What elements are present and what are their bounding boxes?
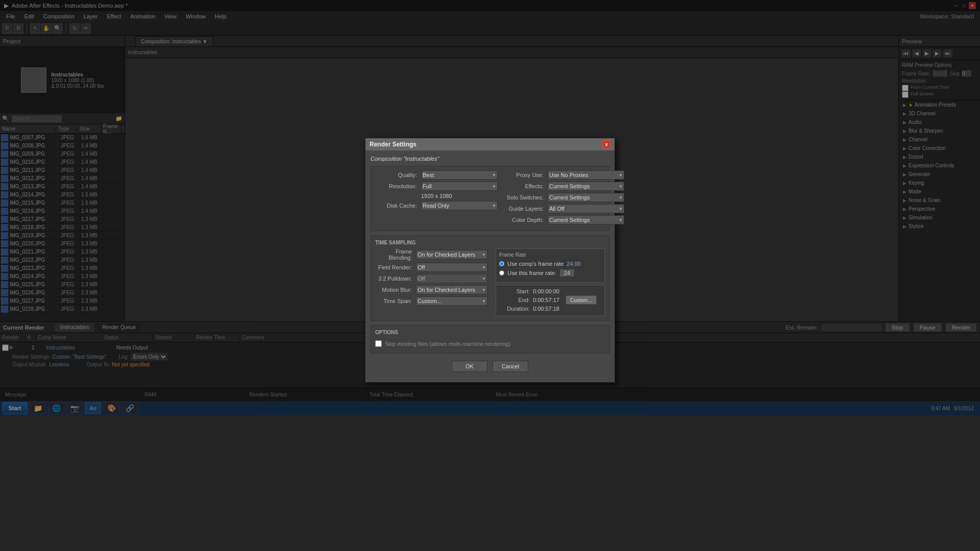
start-value: 0:00:00:00 — [533, 288, 559, 294]
effects-select-wrapper: Current Settings All On All Off — [548, 182, 624, 191]
comps-frame-rate-value: 24.00 — [567, 261, 581, 267]
field-render-select[interactable]: Off Upper Field First Lower Field First — [416, 263, 487, 272]
color-depth-select-wrapper: Current Settings 8 bpc 16 bpc 32 bpc — [548, 215, 624, 224]
proxy-use-label: Proxy Use: — [502, 172, 548, 178]
frame-blending-select[interactable]: On for Checked Layers On for Checked Off — [416, 250, 487, 259]
ok-button[interactable]: OK — [452, 361, 487, 372]
time-span-row: Time Span: Custom... Work Area Only Leng… — [375, 296, 487, 306]
pulldown-row: 3:2 Pulldown: Off — [375, 274, 487, 283]
time-settings-right: Frame Rate Use comp's frame rate 24.00 U… — [496, 248, 605, 316]
skip-files-checkbox[interactable] — [375, 340, 382, 347]
use-this-frame-rate-label: Use this frame rate: — [507, 270, 556, 276]
field-render-label: Field Render: — [375, 264, 416, 270]
time-span-label: Time Span: — [375, 298, 416, 304]
disk-cache-label: Disk Cache: — [375, 203, 421, 209]
use-comps-frame-rate-row: Use comp's frame rate 24.00 — [499, 261, 601, 267]
pulldown-label: 3:2 Pulldown: — [375, 276, 416, 282]
effects-select[interactable]: Current Settings All On All Off — [548, 182, 624, 191]
time-sampling-section: Time Sampling Frame Blending: On for Che… — [371, 235, 609, 321]
resolution-row: Resolution: Full Half Third Quarter Cust… — [375, 182, 498, 191]
proxy-use-row: Proxy Use: Use No Proxies Use All Proxie… — [502, 170, 624, 180]
start-time-row: Start: 0:00:00:00 — [499, 288, 601, 294]
dialog-title-text: Render Settings — [370, 141, 416, 148]
disk-cache-select-wrapper: Read Only Read/Write Off — [421, 201, 498, 210]
dialog-comp-header: Composition "Instructables" — [371, 156, 609, 162]
time-span-select[interactable]: Custom... Work Area Only Length of Comp — [416, 296, 487, 306]
resolution-label: Resolution: — [375, 183, 421, 189]
motion-blur-select[interactable]: On for Checked Layers On for Checked Off — [416, 285, 487, 294]
time-sampling-columns: Frame Blending: On for Checked Layers On… — [375, 248, 605, 316]
guide-layers-select-wrapper: All Off All On Current Settings — [548, 204, 624, 213]
dialog-title-bar: Render Settings ✕ — [365, 138, 615, 151]
start-label: Start: — [499, 288, 530, 294]
pulldown-select: Off — [416, 274, 487, 283]
guide-layers-row: Guide Layers: All Off All On Current Set… — [502, 204, 624, 213]
quality-label: Quality: — [375, 172, 421, 178]
color-depth-label: Color Depth: — [502, 217, 548, 223]
solo-switches-row: Solo Switches: Current Settings All On A… — [502, 193, 624, 202]
quality-select-wrapper: Best Draft Wireframe — [421, 170, 498, 180]
dialog-body: Composition "Instructables" Quality: Bes… — [365, 151, 615, 382]
composition-settings-section: Quality: Best Draft Wireframe Resolution… — [371, 166, 609, 231]
skip-files-label: Skip existing files (allows multi-machin… — [385, 341, 510, 347]
this-frame-rate-input[interactable] — [559, 269, 575, 277]
custom-button[interactable]: Custom... — [566, 295, 597, 305]
cancel-button[interactable]: Cancel — [493, 361, 528, 372]
solo-switches-label: Solo Switches: — [502, 194, 548, 201]
use-this-frame-rate-row: Use this frame rate: — [499, 269, 601, 277]
options-section: Options Skip existing files (allows mult… — [371, 325, 609, 354]
solo-switches-select-wrapper: Current Settings All On All Off — [548, 193, 624, 202]
pulldown-select-wrapper: Off — [416, 274, 487, 283]
render-settings-dialog: Render Settings ✕ Composition "Instructa… — [365, 138, 615, 383]
duration-value: 0:00:57:18 — [533, 306, 559, 312]
end-time-row: End: 0:00:57:17 Custom... — [499, 295, 601, 305]
use-comps-frame-rate-label: Use comp's frame rate — [507, 261, 564, 267]
resolution-select[interactable]: Full Half Third Quarter Custom... — [421, 182, 498, 191]
time-span-values-section: Start: 0:00:00:00 End: 0:00:57:17 Custom… — [496, 285, 605, 316]
disk-cache-row: Disk Cache: Read Only Read/Write Off — [375, 201, 498, 210]
frame-blending-select-wrapper: On for Checked Layers On for Checked Off — [416, 250, 487, 259]
comp-settings-right: Proxy Use: Use No Proxies Use All Proxie… — [502, 170, 624, 227]
time-settings-left: Frame Blending: On for Checked Layers On… — [375, 248, 487, 316]
motion-blur-select-wrapper: On for Checked Layers On for Checked Off — [416, 285, 487, 294]
resolution-select-wrapper: Full Half Third Quarter Custom... — [421, 182, 498, 191]
duration-label: Duration: — [499, 306, 530, 312]
use-comps-frame-rate-radio[interactable] — [499, 261, 504, 266]
quality-row: Quality: Best Draft Wireframe — [375, 170, 498, 180]
frame-blending-row: Frame Blending: On for Checked Layers On… — [375, 248, 487, 261]
motion-blur-label: Motion Blur: — [375, 287, 416, 293]
proxy-use-select[interactable]: Use No Proxies Use All Proxies Use Comp … — [548, 170, 624, 180]
solo-switches-select[interactable]: Current Settings All On All Off — [548, 193, 624, 202]
duration-row: Duration: 0:00:57:18 — [499, 306, 601, 312]
motion-blur-row: Motion Blur: On for Checked Layers On fo… — [375, 285, 487, 294]
color-depth-select[interactable]: Current Settings 8 bpc 16 bpc 32 bpc — [548, 215, 624, 224]
options-title: Options — [375, 330, 605, 335]
use-this-frame-rate-radio[interactable] — [499, 270, 504, 276]
quality-select[interactable]: Best Draft Wireframe — [421, 170, 498, 180]
end-value: 0:00:57:17 — [533, 297, 559, 303]
frame-rate-section-title: Frame Rate — [499, 252, 601, 258]
dialog-close-button[interactable]: ✕ — [602, 140, 610, 148]
effects-row: Effects: Current Settings All On All Off — [502, 182, 624, 191]
effects-label: Effects: — [502, 183, 548, 189]
color-depth-row: Color Depth: Current Settings 8 bpc 16 b… — [502, 215, 624, 224]
dialog-overlay: Render Settings ✕ Composition "Instructa… — [0, 0, 980, 551]
guide-layers-select[interactable]: All Off All On Current Settings — [548, 204, 624, 213]
frame-rate-section: Frame Rate Use comp's frame rate 24.00 U… — [496, 248, 605, 283]
guide-layers-label: Guide Layers: — [502, 206, 548, 212]
disk-cache-select[interactable]: Read Only Read/Write Off — [421, 201, 498, 210]
end-label: End: — [499, 297, 530, 303]
comp-settings-left: Quality: Best Draft Wireframe Resolution… — [375, 170, 498, 227]
dialog-footer: OK Cancel — [371, 358, 609, 377]
proxy-select-wrapper: Use No Proxies Use All Proxies Use Comp … — [548, 170, 624, 180]
time-sampling-title: Time Sampling — [375, 240, 605, 245]
time-span-select-wrapper: Custom... Work Area Only Length of Comp — [416, 296, 487, 306]
size-text: 980 x 551 — [421, 193, 498, 199]
field-render-row: Field Render: Off Upper Field First Lowe… — [375, 263, 487, 272]
field-render-select-wrapper: Off Upper Field First Lower Field First — [416, 263, 487, 272]
skip-files-row: Skip existing files (allows multi-machin… — [375, 338, 605, 349]
comp-settings-columns: Quality: Best Draft Wireframe Resolution… — [375, 170, 605, 227]
frame-blending-label: Frame Blending: — [375, 248, 416, 261]
